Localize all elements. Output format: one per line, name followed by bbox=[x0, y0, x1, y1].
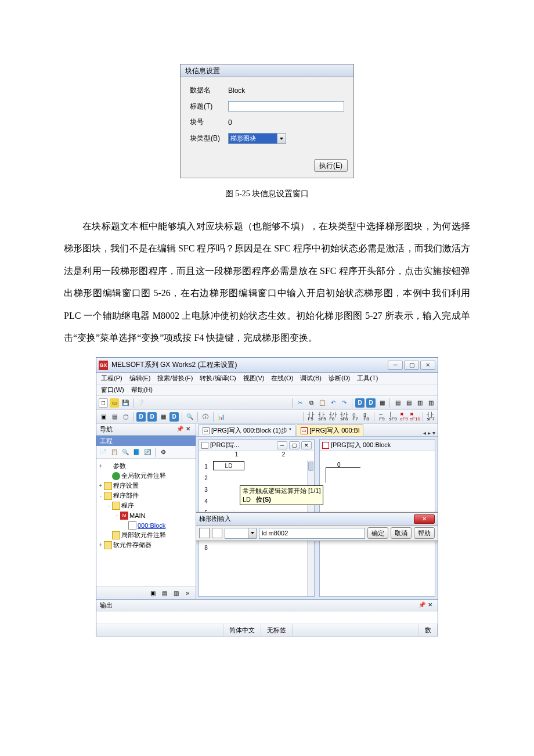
f6-icon[interactable]: ┤/├F6 bbox=[329, 412, 338, 422]
expand-icon[interactable]: + bbox=[98, 463, 104, 469]
tree-node[interactable]: -程序 bbox=[96, 501, 196, 510]
close-button[interactable]: ✕ bbox=[414, 514, 435, 524]
cut-icon[interactable]: ✂ bbox=[295, 398, 305, 408]
tree-node[interactable]: 局部软元件注释 bbox=[96, 530, 196, 540]
output-body[interactable] bbox=[96, 611, 438, 624]
chart-icon[interactable]: 📊 bbox=[217, 412, 226, 422]
f9-icon[interactable]: ─F9 bbox=[377, 412, 387, 422]
nav-ico-4[interactable]: 📘 bbox=[132, 448, 141, 457]
panel-icon-1[interactable]: ▣ bbox=[99, 412, 108, 422]
mdi-close-icon[interactable]: ✕ bbox=[301, 441, 312, 449]
execute-button[interactable]: 执行(E) bbox=[314, 159, 348, 172]
menu-debug[interactable]: 调试(B) bbox=[300, 374, 322, 383]
menu-tool[interactable]: 工具(T) bbox=[357, 374, 378, 383]
tree-node[interactable]: +参数 bbox=[96, 461, 196, 471]
tree-node[interactable]: +程序设置 bbox=[96, 481, 196, 491]
open-icon[interactable]: ▭ bbox=[110, 398, 119, 408]
nav-ico-2[interactable]: 📋 bbox=[110, 448, 119, 457]
menu-diag[interactable]: 诊断(D) bbox=[329, 374, 350, 383]
copy-icon[interactable]: ⧉ bbox=[306, 398, 316, 408]
tab-next-icon[interactable]: ▸ bbox=[428, 430, 431, 436]
dev-b-icon[interactable]: D bbox=[147, 412, 157, 422]
dev-d-icon[interactable]: D bbox=[169, 412, 179, 422]
f7-icon[interactable]: ()F7 bbox=[351, 412, 360, 422]
tab-menu-icon[interactable]: ▾ bbox=[432, 430, 435, 436]
tree-node[interactable]: 全局软元件注释 bbox=[96, 471, 196, 481]
plc-icon-2[interactable]: ▤ bbox=[404, 398, 413, 408]
panel-icon-3[interactable]: ▢ bbox=[121, 412, 130, 422]
tab-prg-block-steps[interactable]: ▭ [PRG]写入 000:Block (1)步 * bbox=[199, 424, 295, 436]
ok-button[interactable]: 确定 bbox=[367, 527, 388, 539]
save-icon[interactable]: 💾 bbox=[121, 398, 130, 408]
tree-node[interactable]: +软元件存储器 bbox=[96, 540, 196, 550]
tree-node[interactable]: -程序部件 bbox=[96, 491, 196, 501]
minimize-button[interactable]: ─ bbox=[388, 361, 403, 370]
pin-icon[interactable]: 📌 bbox=[418, 602, 426, 610]
undo-icon[interactable]: ↶ bbox=[329, 398, 338, 408]
plc-icon-3[interactable]: ▥ bbox=[415, 398, 424, 408]
dev-icon-2[interactable]: D bbox=[366, 398, 376, 408]
nav-foot-3[interactable]: ▥ bbox=[171, 589, 181, 598]
dev-icon-3[interactable]: ▦ bbox=[377, 398, 387, 408]
mdi-max-icon[interactable]: ▢ bbox=[289, 441, 300, 449]
f8-icon[interactable]: []F8 bbox=[362, 412, 371, 422]
grid-row[interactable]: 1LD bbox=[199, 460, 307, 472]
cf9-icon[interactable]: ✖cF9 bbox=[399, 412, 409, 422]
help-button[interactable]: 帮助 bbox=[414, 527, 435, 539]
nav-foot-more[interactable]: » bbox=[183, 589, 192, 598]
ladder-ico-1[interactable] bbox=[199, 528, 210, 538]
paste-icon[interactable]: 📋 bbox=[317, 398, 327, 408]
menu-view[interactable]: 视图(V) bbox=[243, 374, 265, 383]
nav-ico-6[interactable]: ⚙ bbox=[158, 448, 168, 457]
nav-ico-5[interactable]: 🔄 bbox=[143, 448, 152, 457]
tab-prg-block[interactable]: ▭ [PRG]写入 000:Bl bbox=[297, 424, 363, 436]
tree-node[interactable]: 000:Block bbox=[96, 520, 196, 530]
cf10-icon[interactable]: ✖cF10 bbox=[410, 412, 420, 422]
menu-project[interactable]: 工程(P) bbox=[101, 374, 122, 383]
nav-section-project[interactable]: 工程 bbox=[96, 435, 196, 446]
ld-instruction[interactable]: LD bbox=[213, 461, 244, 470]
pin-icon[interactable]: 📌 bbox=[176, 426, 184, 434]
menu-help[interactable]: 帮助(H) bbox=[131, 386, 153, 394]
menu-convert[interactable]: 转换/编译(C) bbox=[200, 374, 236, 383]
cancel-button[interactable]: 取消 bbox=[391, 527, 412, 539]
f5-icon[interactable]: ┤├F5 bbox=[306, 412, 316, 422]
find-icon[interactable]: 🔍 bbox=[185, 412, 194, 422]
new-icon[interactable]: □ bbox=[99, 398, 108, 408]
ladder-text-input[interactable]: ld m8002 bbox=[259, 528, 365, 539]
menu-window[interactable]: 窗口(W) bbox=[101, 386, 124, 394]
expand-icon[interactable]: + bbox=[98, 542, 104, 548]
tree-node[interactable]: -MMAIN bbox=[96, 510, 196, 520]
ladder-type-combo[interactable] bbox=[225, 528, 257, 539]
ladder-ico-2[interactable] bbox=[212, 528, 222, 538]
plc-icon-4[interactable]: ▥ bbox=[426, 398, 435, 408]
sf6-icon[interactable]: ┤/├sF6 bbox=[340, 412, 349, 422]
nav-ico-3[interactable]: 🔍 bbox=[121, 448, 130, 457]
dev-icon-1[interactable]: D bbox=[355, 398, 365, 408]
close-button[interactable]: ✕ bbox=[420, 361, 435, 370]
menu-online[interactable]: 在线(O) bbox=[271, 374, 293, 383]
expand-icon[interactable]: - bbox=[106, 502, 112, 509]
nav-close-icon[interactable]: ✕ bbox=[184, 426, 192, 434]
expand-icon[interactable]: + bbox=[98, 483, 104, 489]
sf9-icon[interactable]: │sF9 bbox=[388, 412, 398, 422]
info-icon[interactable]: ⓘ bbox=[201, 412, 210, 422]
nav-foot-1[interactable]: ▣ bbox=[148, 589, 157, 598]
sf5-icon[interactable]: ┤├sF5 bbox=[317, 412, 327, 422]
output-close-icon[interactable]: ✕ bbox=[426, 602, 434, 610]
nav-foot-2[interactable]: ▤ bbox=[160, 589, 169, 598]
panel-icon-2[interactable]: ▤ bbox=[110, 412, 119, 422]
maximize-button[interactable]: ▢ bbox=[404, 361, 419, 370]
expand-icon[interactable]: - bbox=[98, 492, 104, 499]
grid-row[interactable]: 8 bbox=[199, 542, 307, 553]
block-type-select[interactable]: 梯形图块 bbox=[228, 133, 286, 144]
chevron-down-icon[interactable] bbox=[277, 134, 286, 143]
chevron-down-icon[interactable] bbox=[248, 528, 256, 538]
menu-edit[interactable]: 编辑(E) bbox=[129, 374, 151, 383]
title-input[interactable] bbox=[228, 101, 344, 111]
redo-icon[interactable]: ↷ bbox=[340, 398, 349, 408]
help-icon[interactable]: ❔ bbox=[136, 398, 146, 408]
tab-prev-icon[interactable]: ◂ bbox=[423, 430, 426, 436]
project-tree[interactable]: +参数全局软元件注释+程序设置-程序部件-程序-MMAIN000:Block局部… bbox=[96, 459, 196, 586]
grid-row[interactable]: 2 bbox=[199, 472, 307, 484]
